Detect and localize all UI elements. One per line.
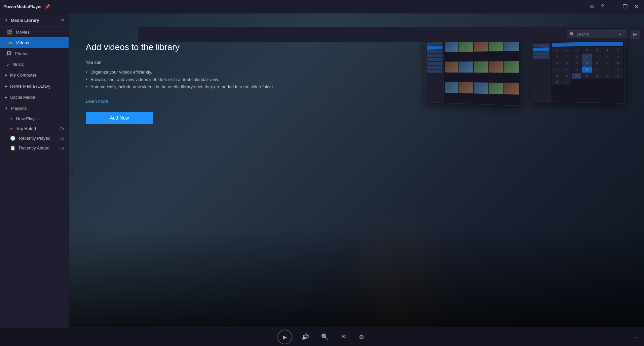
sidebar-item-recently-added[interactable]: 📋 Recently Added (0) [0,143,69,153]
bottom-settings-icon: ⚙ [359,334,364,340]
home-media-label: Home Media (DLNA) [10,84,51,89]
preview-container: 26 27 28 29 30 1 2 3 4 5 6 [422,34,624,104]
ps-item-2 [427,46,442,50]
cal-cell-12: 7 [592,53,602,60]
sidebar-item-top-rated[interactable]: ♥ Top Rated (0) [0,124,69,133]
bg-blur [69,227,644,328]
recently-played-label: Recently Played [19,136,50,141]
cal-cell-16: 11 [562,60,571,66]
volume-button[interactable]: 🔊 [299,331,312,343]
cal-cell-10: 5 [572,54,581,60]
ps-item-4 [427,54,442,57]
add-now-button[interactable]: Add Now [86,112,153,124]
help-button[interactable]: ? [599,3,606,10]
ps2-item-4 [533,55,549,59]
title-bar: PowerMediaPlayer 📌 ⚙ ? — ❐ ✕ [0,0,644,13]
search-input[interactable] [576,32,617,37]
sidebar-header-label: Media Library [11,18,39,23]
zoom-button[interactable]: 🔍 [318,331,331,343]
cal-cell-18: 13 [582,60,592,66]
cal-cell-19: 14 [592,60,602,66]
cal-cell-32: 27 [582,73,592,79]
videos-icon: 📹 [7,40,12,45]
zoom-icon: 🔍 [321,334,329,340]
cal-cell-26: 21 [592,67,602,73]
thumb-7 [459,61,473,73]
top-search-bar: 🔍 ▼ ⊞ [138,27,644,42]
bottom-settings-button[interactable]: ⚙ [356,331,367,343]
cal-cell-34: 29 [602,73,612,79]
ps-item-8 [427,70,442,73]
content-area: Add videos to the library You can: Organ… [69,13,644,328]
cal-cell-9: 4 [562,54,571,60]
sidebar-item-music[interactable]: ♪ Music [0,59,69,70]
grid-preview-card [425,32,521,106]
playlists-chevron: ▼ [5,106,8,110]
ps2-item-1 [533,43,549,47]
preview-sidebar-1 [426,40,444,103]
restore-button[interactable]: ❐ [621,3,630,10]
ps-item-1 [427,42,442,46]
sidebar-group-home-media[interactable]: ▶ Home Media (DLNA) [0,81,69,92]
app-title: PowerMediaPlayer [3,4,42,9]
cal-grid: 26 27 28 29 30 1 2 3 4 5 6 [552,47,623,86]
sidebar-item-recently-played[interactable]: 🕐 Recently Played (0) [0,133,69,143]
view-toggle-button[interactable]: ⊞ [630,30,640,39]
sidebar-collapse-tab[interactable]: ‹ [69,164,74,177]
ps-item-6 [427,62,442,65]
sidebar-label-videos: Videos [16,40,29,45]
sidebar-item-videos[interactable]: 📹 Videos [0,37,69,48]
home-media-chevron: ▶ [5,84,7,88]
settings-button[interactable]: ⚙ [588,3,596,10]
sidebar-label-music: Music [12,62,24,67]
title-bar-right: ⚙ ? — ❐ ✕ [588,3,641,10]
thumb-14 [489,83,503,94]
play-button[interactable]: ▶ [277,330,292,344]
top-rated-icon: ♥ [10,126,13,131]
sidebar-sort-icon[interactable]: ≡ [61,17,64,23]
sidebar-group-playlists[interactable]: ▼ Playlists [0,103,69,114]
cal-cell-35: 30 [613,73,623,79]
top-rated-count: (0) [60,127,64,131]
cal-cell-37: 1 [562,79,571,85]
social-media-chevron: ▶ [5,95,7,99]
volume-icon: 🔊 [302,334,309,340]
music-icon: ♪ [7,61,9,67]
collapse-icon: ‹ [71,169,72,172]
cal-cell-36: 31 [552,79,562,85]
close-button[interactable]: ✕ [632,3,641,10]
minimize-button[interactable]: — [609,3,618,10]
recently-added-count: (0) [60,146,64,150]
sidebar: ▼ Media Library ≡ 🎬 Movies 📹 Videos 🖼 Ph… [0,13,69,328]
sidebar-header-left: ▼ Media Library [5,18,39,23]
thumb-15 [504,83,519,94]
cal-cell-11: 6 [582,54,592,60]
thumb-12 [459,82,473,93]
recently-played-count: (0) [60,136,64,140]
preview-grid-1 [444,38,521,105]
sidebar-item-new-playlist[interactable]: + New Playlist [0,114,69,124]
playlists-label: Playlists [11,106,27,111]
cal-cell-28: 23 [613,67,623,73]
sidebar-item-photos[interactable]: 🖼 Photos [0,48,69,59]
cal-cell-5: 30 [592,47,602,53]
play-icon: ▶ [283,334,287,340]
resize-handle: ⋯ [632,333,639,341]
cal-cell-31: 26 [572,73,581,79]
sidebar-item-movies[interactable]: 🎬 Movies [0,27,69,37]
eye-button[interactable]: 👁 [338,332,349,343]
sidebar-group-my-computer[interactable]: ▶ My Computer [0,70,69,81]
cal-cell-1: 26 [552,48,562,54]
cal-cell-2: 27 [562,47,571,53]
ps2-item-2 [533,47,549,51]
calendar-preview-card: 26 27 28 29 30 1 2 3 4 5 6 [532,34,625,104]
preview-sidebar-2 [532,41,551,101]
thumb-11 [445,82,459,93]
thumb-6 [445,61,459,72]
title-bar-left: PowerMediaPlayer 📌 [3,4,50,9]
ps2-item-3 [533,51,549,55]
thumb-2 [459,41,473,52]
search-box: 🔍 ▼ [567,30,627,38]
sidebar-group-social-media[interactable]: ▶ Social Media [0,92,69,103]
my-computer-chevron: ▶ [5,73,7,77]
